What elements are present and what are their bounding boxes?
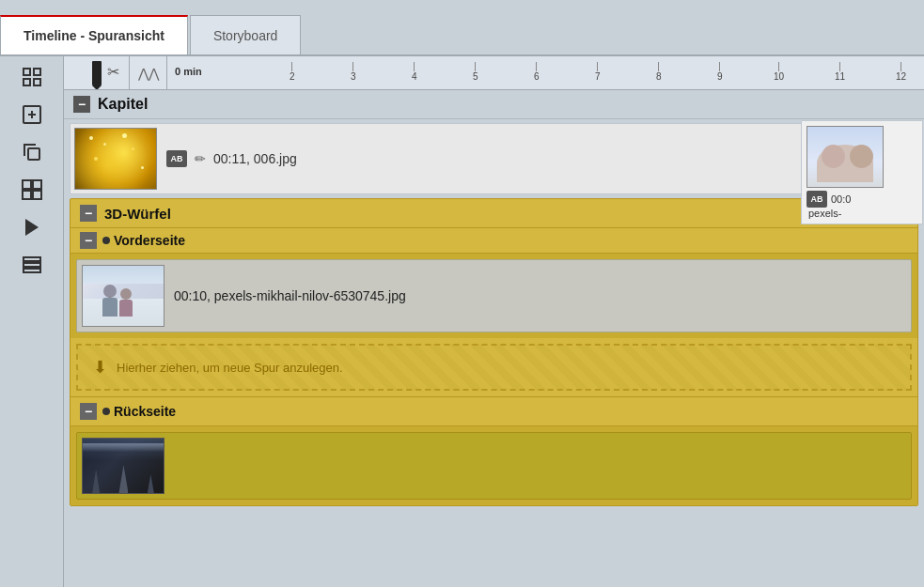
drop-zone-text: Hierher ziehen, um neue Spur anzulegen. xyxy=(117,361,343,375)
svg-rect-3 xyxy=(34,79,40,85)
grid-icon[interactable] xyxy=(13,60,51,94)
front-face-clip-area: 00:10, pexels-mikhail-nilov-6530745.jpg xyxy=(70,253,917,338)
back-bullet-dot xyxy=(102,408,110,415)
scissors-icon[interactable]: ✂ xyxy=(107,63,119,81)
svg-rect-9 xyxy=(33,180,41,189)
chapter-clip2-partial: AB 00:0 pexels- xyxy=(801,120,923,224)
cube-section: − 3D-Würfel − Vorderseite xyxy=(70,198,918,506)
chapter-clip2-thumbnail xyxy=(807,126,884,188)
back-face-header: − Rückseite xyxy=(70,396,917,425)
chapter-clip-container: AB ✏ 00:11, 006.jpg xyxy=(70,123,918,194)
chapter-clip-info: AB ✏ 00:11, 006.jpg xyxy=(166,150,297,167)
ruler-mark-10: 10 xyxy=(774,62,784,82)
svg-rect-13 xyxy=(23,257,40,261)
ruler-mark-2: 2 xyxy=(290,62,295,82)
ab-icon: AB xyxy=(166,150,187,167)
bullet-dot xyxy=(102,237,110,244)
ruler-mark-9: 9 xyxy=(717,62,723,82)
content-area: ✂ ⋀⋀ 0 min 2 3 xyxy=(64,56,924,587)
settings-icon[interactable] xyxy=(13,248,51,282)
play-icon[interactable] xyxy=(13,210,51,244)
ruler-mark-6: 6 xyxy=(534,62,540,82)
svg-rect-15 xyxy=(23,269,40,272)
winter-thumbnail xyxy=(82,265,164,327)
front-face-clip: 00:10, pexels-mikhail-nilov-6530745.jpg xyxy=(76,259,912,332)
cube-header: − 3D-Würfel xyxy=(70,199,917,227)
ruler-mark-8: 8 xyxy=(656,62,662,82)
tab-bar: Timeline - Spuransicht Storyboard xyxy=(0,0,924,56)
tab-timeline[interactable]: Timeline - Spuransicht xyxy=(0,15,188,54)
ruler-mark-3: 3 xyxy=(351,62,356,82)
dark-thumbnail xyxy=(82,438,164,494)
ruler-marks: 0 min 2 3 4 5 xyxy=(167,56,924,89)
ruler-mark-11: 11 xyxy=(835,62,845,82)
svg-rect-14 xyxy=(23,263,40,267)
svg-marker-12 xyxy=(25,219,39,236)
storyboard-content: − Kapitel xyxy=(64,90,924,587)
group-icon[interactable] xyxy=(13,173,51,207)
drop-arrow-icon: ⬇ xyxy=(93,357,107,378)
back-face-clip-area xyxy=(70,425,917,505)
time-zero: 0 min xyxy=(175,66,202,77)
ruler-mark-7: 7 xyxy=(595,62,601,82)
timeline-ruler: ✂ ⋀⋀ 0 min 2 3 xyxy=(64,56,924,90)
chapter-clip2-text: 00:0 xyxy=(831,193,851,205)
tab-storyboard[interactable]: Storyboard xyxy=(190,15,301,54)
main-container: ✂ ⋀⋀ 0 min 2 3 xyxy=(0,56,924,587)
chapter-clip2-filename: pexels- xyxy=(808,208,917,219)
front-collapse-btn[interactable]: − xyxy=(80,232,97,249)
chapter-header: − Kapitel xyxy=(64,90,924,119)
duplicate-icon[interactable] xyxy=(13,135,51,169)
add-track-icon[interactable] xyxy=(13,98,51,131)
svg-rect-0 xyxy=(23,69,30,75)
wave-icon: ⋀⋀ xyxy=(138,66,159,81)
cube-label: 3D-Würfel xyxy=(104,206,171,222)
svg-rect-8 xyxy=(23,180,31,189)
back-collapse-btn[interactable]: − xyxy=(80,403,97,420)
ruler-mark-12: 12 xyxy=(896,62,906,82)
drop-zone[interactable]: ⬇ Hierher ziehen, um neue Spur anzulegen… xyxy=(76,344,912,391)
front-face-clip-text: 00:10, pexels-mikhail-nilov-6530745.jpg xyxy=(174,288,406,303)
ruler-mark-5: 5 xyxy=(473,62,478,82)
svg-rect-11 xyxy=(33,191,41,199)
back-face-label: Rückseite xyxy=(114,404,176,419)
back-face-clip xyxy=(76,432,912,500)
svg-rect-7 xyxy=(28,148,39,160)
bottom-padding xyxy=(64,510,924,548)
svg-rect-2 xyxy=(23,79,30,85)
ruler-mark-4: 4 xyxy=(412,62,417,82)
chapter-label: Kapitel xyxy=(98,96,148,113)
front-face-label: Vorderseite xyxy=(114,233,185,248)
chapter-collapse-btn[interactable]: − xyxy=(73,96,90,113)
chapter-clip-thumbnail xyxy=(74,128,157,190)
ruler-left: ✂ xyxy=(64,56,130,89)
toolbar xyxy=(0,56,64,587)
chapter-clip-time: 00:11, 006.jpg xyxy=(213,151,297,166)
wave-icon-area: ⋀⋀ xyxy=(130,56,167,89)
svg-rect-10 xyxy=(23,191,31,199)
chapter-clip2-info: AB 00:0 xyxy=(807,191,917,208)
pencil-icon: ✏ xyxy=(195,151,206,166)
front-face-header: − Vorderseite xyxy=(70,227,917,253)
ab-icon-2: AB xyxy=(807,191,827,208)
cube-collapse-btn[interactable]: − xyxy=(80,205,97,222)
svg-rect-1 xyxy=(34,69,40,75)
